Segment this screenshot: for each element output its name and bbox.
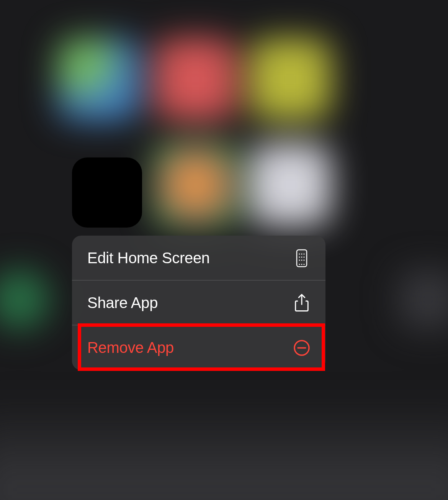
app-context-menu: Edit Home Screen Share App xyxy=(72,236,325,370)
menu-item-label: Edit Home Screen xyxy=(87,249,210,267)
menu-item-label: Remove App xyxy=(87,339,174,356)
svg-point-5 xyxy=(301,256,302,257)
selected-app-icon[interactable] xyxy=(72,157,142,228)
share-app-menu-item[interactable]: Share App xyxy=(72,280,325,325)
svg-point-10 xyxy=(299,264,300,265)
svg-point-1 xyxy=(299,253,300,254)
svg-point-9 xyxy=(304,259,305,261)
remove-app-menu-item[interactable]: Remove App xyxy=(72,325,325,370)
svg-point-6 xyxy=(304,256,305,257)
home-screen-grid-icon xyxy=(293,249,310,267)
svg-point-8 xyxy=(301,259,302,261)
minus-circle-icon xyxy=(293,339,310,357)
svg-point-4 xyxy=(299,256,300,257)
svg-point-7 xyxy=(299,259,300,261)
svg-point-3 xyxy=(304,253,305,254)
svg-point-12 xyxy=(304,264,305,265)
edit-home-screen-menu-item[interactable]: Edit Home Screen xyxy=(72,236,325,280)
svg-point-2 xyxy=(301,253,302,254)
svg-point-11 xyxy=(301,264,302,265)
share-icon xyxy=(293,294,310,312)
menu-item-label: Share App xyxy=(87,294,158,311)
